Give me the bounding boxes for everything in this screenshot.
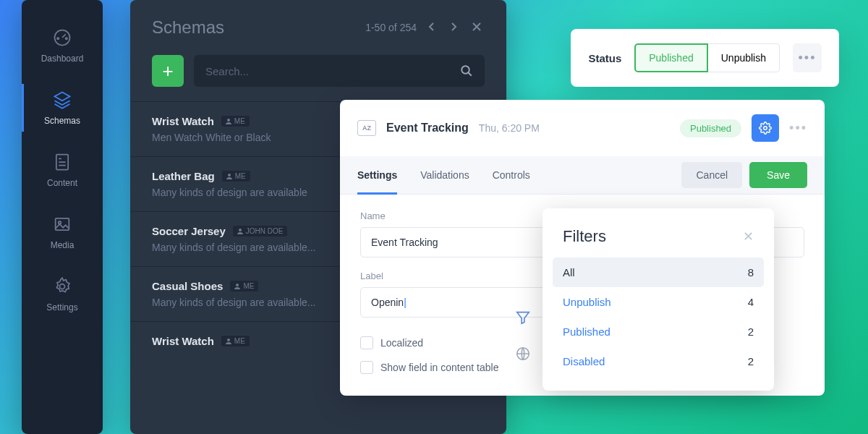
nav-label: Dashboard [41,54,84,64]
author-badge: ME [222,171,250,182]
filter-row-unpublish[interactable]: Unpublish 4 [553,287,764,317]
schema-item-title: Casual Shoes [152,280,223,292]
funnel-icon[interactable] [515,310,531,326]
pagination-text: 1-50 of 254 [365,22,417,33]
published-badge: Published [680,119,741,137]
more-button[interactable]: ••• [793,43,822,72]
filter-count: 2 [748,355,754,367]
filter-count: 2 [748,326,754,338]
tab-controls[interactable]: Controls [493,156,530,194]
tab-settings[interactable]: Settings [357,156,397,194]
document-icon [52,152,72,172]
detail-tabs-row: Settings Validations Controls Cancel Sav… [340,156,825,195]
filter-name: Published [563,326,610,338]
nav-label: Content [47,178,77,188]
globe-icon[interactable] [515,346,531,362]
nav-dashboard[interactable]: Dashboard [22,14,103,77]
localized-checkbox[interactable] [360,336,373,349]
search-row: + [130,45,506,101]
status-label: Status [588,52,621,64]
nav-content[interactable]: Content [22,139,103,201]
svg-point-6 [227,119,230,122]
svg-point-11 [764,127,767,130]
unpublish-button[interactable]: Unpublish [708,43,780,72]
image-icon [52,214,72,234]
tabs: Settings Validations Controls [357,156,681,194]
layers-icon [52,90,72,110]
published-button[interactable]: Published [634,43,708,72]
save-button[interactable]: Save [749,162,807,188]
label-input[interactable]: Openin| [360,287,563,318]
az-badge: AZ [357,120,376,136]
localized-label: Localized [380,337,423,349]
gauge-icon [52,27,72,48]
author-badge: JOHN DOE [233,226,288,237]
schemas-header: Schemas 1-50 of 254 [130,0,506,45]
filter-name: All [563,266,575,278]
filter-count: 8 [748,266,754,278]
search-box[interactable] [194,55,485,87]
pagination: 1-50 of 254 [365,19,485,37]
schema-item-title: Leather Bag [152,170,215,182]
close-button[interactable] [469,19,485,37]
filters-header: Filters ✕ [542,208,774,258]
filter-name: Unpublish [563,296,611,308]
detail-header: AZ Event Tracking Thu, 6:20 PM Published… [340,100,825,156]
search-input[interactable] [205,65,460,77]
svg-point-4 [60,284,65,289]
svg-point-5 [461,66,469,74]
nav-media[interactable]: Media [22,201,103,263]
action-buttons: Cancel Save [681,162,807,188]
add-schema-button[interactable]: + [152,55,184,87]
search-icon [460,64,473,77]
filter-list: All 8 Unpublish 4 Published 2 Disabled 2 [542,258,774,391]
nav-label: Settings [46,302,77,312]
schema-item-title: Wrist Watch [152,335,214,347]
status-toolbar: Status Published Unpublish ••• [571,29,839,87]
nav-schemas[interactable]: Schemas [22,77,103,139]
author-badge: ME [221,116,250,127]
next-page-button[interactable] [447,19,460,37]
nav-settings[interactable]: Settings [22,263,103,326]
nav-label: Schemas [44,116,80,126]
filter-count: 4 [748,296,754,308]
filter-row-all[interactable]: All 8 [553,258,764,287]
author-badge: ME [221,336,250,346]
svg-point-10 [227,339,230,341]
schemas-title: Schemas [152,17,224,38]
cancel-button[interactable]: Cancel [681,162,742,188]
filter-name: Disabled [563,355,605,367]
status-segmented: Published Unpublish [634,43,780,72]
svg-point-7 [228,174,231,176]
filter-row-published[interactable]: Published 2 [553,317,764,346]
prev-page-button[interactable] [425,19,438,37]
filters-side-icons [515,310,531,362]
filter-row-disabled[interactable]: Disabled 2 [553,346,764,376]
detail-title: Event Tracking [386,122,469,135]
filters-close-button[interactable]: ✕ [743,229,754,244]
svg-point-8 [239,229,242,231]
show-in-table-label: Show field in content table [380,362,498,373]
author-badge: ME [230,281,258,292]
nav-label: Media [51,240,75,250]
sidebar: Dashboard Schemas Content Media Settings [22,0,103,434]
schema-item-title: Wrist Watch [152,115,214,127]
filters-popup: Filters ✕ All 8 Unpublish 4 Published 2 … [542,208,774,391]
settings-button[interactable] [752,114,779,142]
filters-title: Filters [563,227,606,246]
gear-icon [52,276,72,297]
svg-point-9 [236,284,239,286]
svg-rect-2 [56,218,69,230]
more-dots-button[interactable]: ••• [789,121,807,136]
gear-icon [759,122,772,135]
tab-validations[interactable]: Validations [420,156,469,194]
schema-item-title: Soccer Jersey [152,225,226,237]
detail-time: Thu, 6:20 PM [479,122,540,134]
show-in-table-checkbox[interactable] [360,361,373,374]
